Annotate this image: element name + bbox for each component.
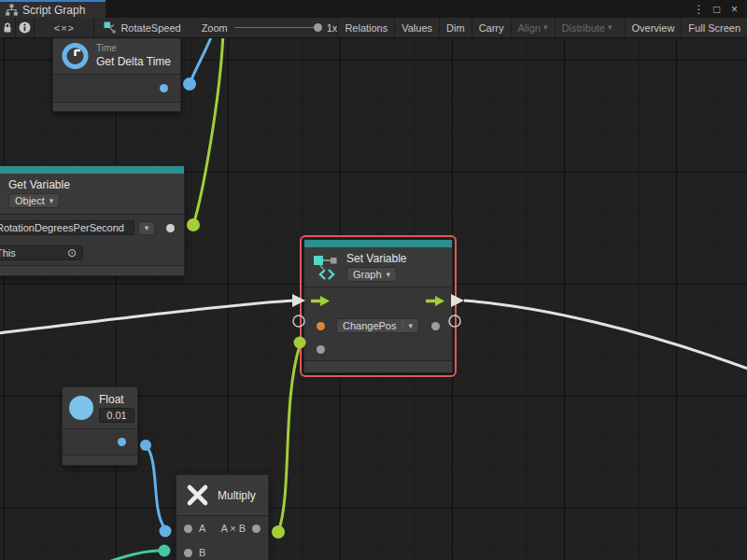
cable-flow-out <box>464 301 747 372</box>
node-footer <box>0 265 184 275</box>
port-multiply-a-input[interactable] <box>184 525 192 533</box>
port-multiply-b-input[interactable] <box>184 549 192 557</box>
target-object-field[interactable]: This ⊙ <box>0 245 83 260</box>
port-get-variable-output[interactable] <box>166 224 175 232</box>
flow-output-port[interactable] <box>426 295 445 307</box>
zoom-value: 1x <box>327 22 338 34</box>
node-title: Set Variable <box>346 252 406 265</box>
node-footer <box>63 455 137 465</box>
port-a-label: A <box>199 523 205 534</box>
scope-label: Graph <box>353 269 382 280</box>
caret-down-icon: ▾ <box>543 23 548 32</box>
align-dropdown[interactable]: Align ▾ <box>511 18 555 37</box>
carry-label: Carry <box>479 22 504 34</box>
caret-down-icon: ▾ <box>49 197 54 205</box>
variable-scope-dropdown[interactable]: Graph ▾ <box>346 267 397 282</box>
code-preview-button[interactable]: <×> <box>35 18 94 37</box>
clock-icon <box>61 41 90 70</box>
variable-header-strip <box>304 240 452 247</box>
variable-name-label: ChangePos <box>343 320 397 331</box>
port-b-label: B <box>199 547 205 558</box>
cable-flow-in <box>0 301 293 334</box>
breadcrumb-label: RotateSpeed <box>120 22 180 34</box>
caret-down-icon: ▾ <box>387 271 391 279</box>
fullscreen-label: Full Screen <box>688 22 740 34</box>
port-delta-time-output[interactable] <box>160 84 168 92</box>
node-float-literal[interactable]: Float 0.01 <box>62 386 138 466</box>
graph-hierarchy-icon <box>6 4 18 16</box>
carry-button[interactable]: Carry <box>472 18 511 37</box>
values-button[interactable]: Values <box>394 18 439 37</box>
graph-toolbar: <×> RotateSpeed Zoom 1x Relations Values… <box>0 18 747 38</box>
overview-label: Overview <box>632 22 675 34</box>
node-header: Set Variable Graph ▾ <box>304 247 452 287</box>
zoom-slider[interactable] <box>234 27 320 28</box>
node-title: Float <box>99 393 124 406</box>
scope-label: Object <box>15 195 45 206</box>
tab-script-graph[interactable]: Script Graph <box>0 0 106 18</box>
graph-asset-icon <box>104 21 116 34</box>
caret-down-icon: ▾ <box>608 23 613 32</box>
cable-multiply-to-setvar <box>278 345 300 532</box>
dim-button[interactable]: Dim <box>439 18 472 37</box>
target-label: This <box>0 247 16 259</box>
maximize-icon[interactable]: □ <box>708 3 726 16</box>
tab-strip: Script Graph ⋮ □ × <box>0 0 747 18</box>
zoom-label: Zoom <box>202 22 228 34</box>
window-controls: ⋮ □ × <box>690 0 747 18</box>
cable-float-to-multiply-a <box>146 445 164 527</box>
variable-scope-dropdown[interactable]: Object ▾ <box>8 193 60 208</box>
align-label: Align <box>518 22 541 34</box>
variable-name-dropdown[interactable]: ChangePos ▾ <box>336 318 419 333</box>
relations-button[interactable]: Relations <box>337 18 394 37</box>
toolbar-right-group: Relations Values Dim Carry Align ▾ Distr… <box>337 18 747 37</box>
node-category: Time <box>96 43 117 53</box>
node-title: Multiply <box>218 489 256 502</box>
node-multiply[interactable]: Multiply A A × B B <box>176 474 269 560</box>
menu-icon[interactable]: ⋮ <box>690 3 708 16</box>
variable-name-dropdown-button[interactable]: ▾ <box>138 221 155 235</box>
set-variable-icon <box>312 253 340 281</box>
node-set-variable[interactable]: Set Variable Graph ▾ ChangePos <box>303 239 453 373</box>
overview-button[interactable]: Overview <box>625 18 682 37</box>
variable-header-strip <box>0 166 184 174</box>
port-set-variable-output[interactable] <box>431 322 440 330</box>
float-icon <box>69 396 93 420</box>
multiply-icon <box>186 483 209 507</box>
node-get-variable[interactable]: Get Variable Object ▾ RotationDegreesPer… <box>0 165 185 276</box>
variable-name-field[interactable]: RotationDegreesPerSecond <box>0 220 134 235</box>
info-button[interactable] <box>16 18 35 37</box>
float-value-field[interactable]: 0.01 <box>99 408 134 423</box>
caret-down-icon: ▾ <box>402 322 414 330</box>
node-get-delta-time[interactable]: Time Get Delta Time <box>52 38 181 112</box>
tab-title: Script Graph <box>22 4 85 17</box>
graph-canvas[interactable]: Time Get Delta Time Get Variable Object … <box>0 38 747 560</box>
node-footer <box>304 360 452 372</box>
breadcrumb[interactable]: RotateSpeed <box>94 18 190 37</box>
node-header: Multiply <box>176 475 268 515</box>
object-picker-icon[interactable]: ⊙ <box>67 247 77 259</box>
values-label: Values <box>402 22 432 34</box>
port-float-output[interactable] <box>118 438 126 446</box>
distribute-label: Distribute <box>562 22 605 34</box>
close-icon[interactable]: × <box>726 3 743 16</box>
node-title: Get Delta Time <box>96 55 171 68</box>
cable-to-multiply-b <box>51 551 159 560</box>
lock-button[interactable] <box>0 18 16 37</box>
fullscreen-button[interactable]: Full Screen <box>681 18 747 37</box>
port-variable-name-input[interactable] <box>317 322 325 330</box>
code-glyph: <×> <box>54 22 75 34</box>
cable-delta-time-out <box>190 38 213 84</box>
info-icon <box>19 21 31 34</box>
flow-input-port[interactable] <box>311 295 331 307</box>
port-value-input[interactable] <box>317 345 325 354</box>
relations-label: Relations <box>345 22 388 34</box>
caret-down-icon: ▾ <box>145 224 149 232</box>
zoom-slider-thumb[interactable] <box>314 23 322 32</box>
port-output-label: A × B <box>220 523 246 534</box>
distribute-dropdown[interactable]: Distribute ▾ <box>555 18 619 37</box>
node-footer <box>53 102 180 111</box>
dim-label: Dim <box>446 22 465 34</box>
port-multiply-output[interactable] <box>252 525 261 533</box>
node-header: Get Variable Object ▾ <box>0 174 184 214</box>
